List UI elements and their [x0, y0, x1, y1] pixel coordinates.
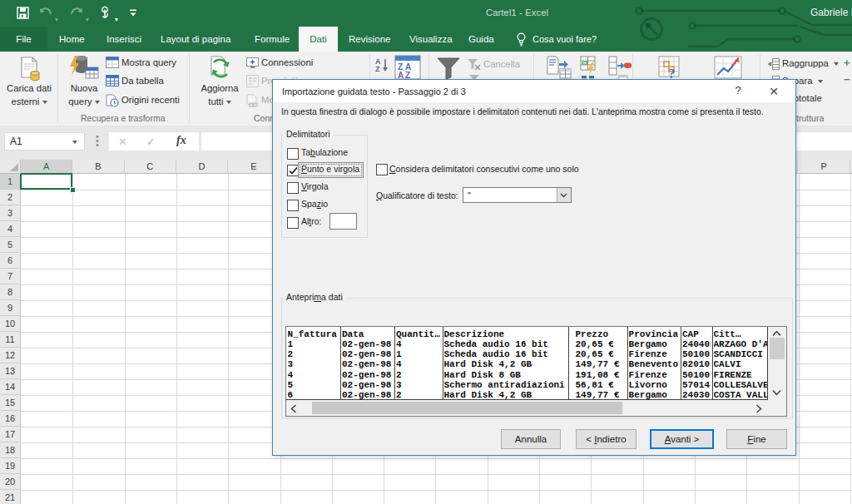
row-header-17[interactable]: 17 — [0, 427, 21, 442]
ribbon-group-separator — [57, 54, 58, 122]
custom-sort-button[interactable]: Z A A Z — [394, 55, 421, 82]
delimiter-checkbox-2[interactable] — [287, 182, 299, 194]
row-header-14[interactable]: 14 — [0, 379, 21, 395]
row-header-9[interactable]: 9 — [0, 300, 21, 316]
row-header-16[interactable]: 16 — [0, 411, 21, 427]
row-header-15[interactable]: 15 — [0, 395, 21, 411]
touch-mode-dropdown-icon[interactable] — [115, 12, 118, 27]
tab-visualizza[interactable]: Visualizza — [409, 27, 453, 52]
forecast-sheet-icon[interactable] — [714, 56, 742, 81]
svg-text:Z: Z — [375, 65, 380, 72]
dialog-title: Importazione guidata testo - Passaggio 2… — [282, 86, 466, 96]
text-qualifier-combobox[interactable]: " — [463, 187, 572, 203]
back-button[interactable]: < Indietro — [576, 429, 637, 449]
dialog-title-bar[interactable]: Importazione guidata testo - Passaggio 2… — [273, 80, 795, 102]
formula-bar-splitter[interactable]: ••• — [96, 135, 98, 148]
gridline — [21, 474, 852, 475]
tell-me-search[interactable]: Cosa vuoi fare? — [532, 27, 597, 52]
scroll-right-icon[interactable] — [755, 404, 762, 413]
scroll-down-icon[interactable] — [772, 389, 781, 396]
undo-icon[interactable] — [39, 7, 52, 18]
enter-formula-icon[interactable]: ✓ — [146, 136, 156, 148]
select-all-button[interactable] — [0, 160, 21, 174]
combo-dropdown-button[interactable] — [557, 188, 571, 202]
row-header-5[interactable]: 5 — [0, 237, 21, 253]
fill-handle[interactable] — [70, 187, 76, 193]
properties-icon — [246, 75, 259, 87]
delimiter-checkbox-1[interactable] — [287, 165, 299, 176]
gridline — [72, 174, 73, 504]
row-header-4[interactable]: 4 — [0, 221, 21, 237]
insert-function-icon[interactable]: fx — [176, 134, 186, 147]
hide-detail-icon[interactable]: − — [844, 73, 850, 86]
vertical-scrollbar-thumb[interactable] — [770, 338, 785, 359]
row-header-6[interactable]: 6 — [0, 253, 21, 269]
tab-layout-di-pagina[interactable]: Layout di pagina — [161, 27, 230, 52]
flash-fill-icon[interactable] — [580, 56, 597, 81]
scroll-left-icon[interactable] — [290, 404, 297, 413]
preview-column-7: Citt… ARZAGO D'A SCANDICCI CALVI FIRENZE… — [714, 329, 768, 400]
column-header-A[interactable]: A — [21, 160, 72, 174]
save-icon[interactable] — [17, 7, 29, 19]
dialog-help-button[interactable]: ? — [731, 84, 745, 99]
scroll-up-icon[interactable] — [772, 330, 781, 337]
row-header-21[interactable]: 21 — [0, 490, 21, 504]
show-detail-icon[interactable]: + — [844, 57, 850, 69]
undo-dropdown-icon[interactable] — [55, 12, 58, 27]
active-cell-A1[interactable] — [20, 173, 72, 190]
preview-column-separator — [568, 327, 569, 399]
consecutive-checkbox[interactable] — [376, 164, 388, 175]
other-delimiter-input[interactable] — [329, 213, 357, 230]
text-to-columns-icon[interactable] — [547, 56, 572, 81]
tab-inserisci[interactable]: Inserisci — [106, 27, 141, 52]
redo-icon[interactable] — [70, 7, 83, 18]
cancel-formula-icon[interactable]: ✕ — [118, 136, 127, 148]
delimiter-checkbox-3[interactable] — [287, 200, 299, 211]
column-header-P[interactable]: P — [799, 160, 850, 174]
what-if-analysis-icon[interactable]: ? — [658, 56, 683, 81]
row-header-8[interactable]: 8 — [0, 284, 21, 300]
row-header-19[interactable]: 19 — [0, 458, 21, 474]
finish-button[interactable]: Fine — [726, 429, 787, 449]
touch-mode-icon[interactable] — [99, 6, 111, 19]
get-external-data-button[interactable]: Carica dati esterni — [5, 53, 53, 123]
row-header-18[interactable]: 18 — [0, 442, 21, 458]
horizontal-scrollbar-thumb[interactable] — [312, 402, 622, 414]
row-header-13[interactable]: 13 — [0, 363, 21, 379]
cancel-button[interactable]: Annulla — [501, 429, 561, 449]
row-header-7[interactable]: 7 — [0, 269, 21, 284]
column-header-B[interactable]: B — [72, 160, 124, 174]
tab-guida[interactable]: Guida — [468, 27, 494, 52]
row-header-11[interactable]: 11 — [0, 332, 21, 348]
custom-sort-icon: Z A A Z — [394, 55, 421, 82]
name-box[interactable]: A1 — [4, 132, 85, 151]
group-icon — [766, 57, 780, 71]
data-validation-icon[interactable] — [608, 56, 632, 81]
redo-dropdown-icon[interactable] — [86, 12, 89, 27]
row-header-10[interactable]: 10 — [0, 316, 21, 332]
next-button[interactable]: Avanti > — [650, 429, 714, 449]
row-header-2[interactable]: 2 — [0, 190, 21, 205]
row-header-3[interactable]: 3 — [0, 205, 21, 221]
tab-dati[interactable]: Dati — [299, 27, 338, 52]
row-header-20[interactable]: 20 — [0, 474, 21, 490]
dialog-close-button[interactable]: ✕ — [765, 83, 782, 100]
tab-formule[interactable]: Formule — [255, 27, 290, 52]
tab-file[interactable]: File — [0, 27, 47, 52]
tab-revisione[interactable]: Revisione — [349, 27, 391, 52]
sort-az-icon[interactable]: A Z — [375, 57, 389, 72]
column-header-C[interactable]: C — [125, 160, 176, 174]
row-header-12[interactable]: 12 — [0, 348, 21, 363]
name-box-dropdown-icon[interactable] — [72, 141, 77, 144]
data-preview-table[interactable]: N_fattura 1 2 3 4 5 6Data 02-gen-98 02-g… — [286, 327, 768, 400]
delimiter-checkbox-4[interactable] — [287, 217, 299, 229]
filter-icon[interactable] — [436, 57, 461, 80]
refresh-all-button[interactable]: Aggiorna tutti — [196, 53, 243, 123]
customize-qat-icon[interactable] — [129, 9, 137, 17]
row-header-1[interactable]: 1 — [0, 174, 21, 190]
tab-home[interactable]: Home — [59, 27, 85, 52]
gridline — [21, 458, 852, 459]
delimiter-checkbox-0[interactable] — [287, 148, 299, 160]
column-header-D[interactable]: D — [176, 160, 228, 174]
title-bar: Cartel1 - Excel Gabriele D FileHomeInser… — [0, 0, 852, 52]
